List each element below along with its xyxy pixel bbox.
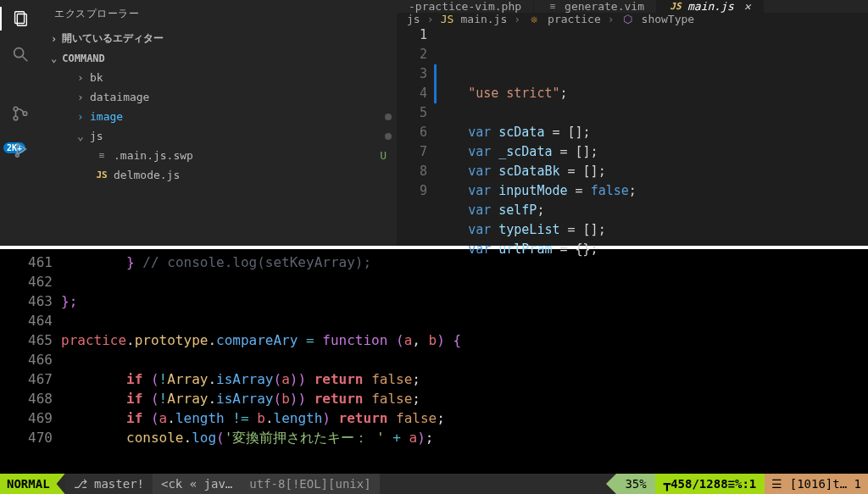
chevron-right-icon: › bbox=[51, 33, 57, 45]
info-segment: ☰ [1016]t… 1 bbox=[765, 474, 868, 494]
modified-dot-icon bbox=[385, 133, 392, 140]
explorer-icon[interactable] bbox=[10, 8, 31, 29]
terminal-editor[interactable]: 461462463464465466467468469470 } // cons… bbox=[0, 249, 868, 474]
tab-generate.vim[interactable]: ≡generate.vim bbox=[534, 0, 657, 13]
terminal-pane: 461462463464465466467468469470 } // cons… bbox=[0, 246, 868, 494]
chevron-right-icon: › bbox=[427, 13, 434, 25]
svg-point-5 bbox=[14, 116, 18, 120]
open-editors-header[interactable]: › 開いているエディター bbox=[41, 28, 397, 49]
open-editors-label: 開いているエディター bbox=[62, 31, 164, 46]
bc-method: showType bbox=[642, 13, 695, 25]
js-file-icon: JS bbox=[440, 13, 453, 25]
sep-icon bbox=[606, 474, 616, 494]
modified-dot-icon bbox=[385, 114, 392, 120]
bc-class: practice bbox=[548, 13, 601, 25]
file-icon: JS bbox=[669, 1, 682, 12]
file-icon: ≡ bbox=[546, 1, 559, 12]
bc-folder: js bbox=[407, 13, 420, 25]
editor-area: -practice-vim.php≡generate.vimJSmain.js✕… bbox=[397, 0, 868, 246]
chevron-down-icon: ⌄ bbox=[51, 53, 57, 64]
tree-item-delmode.js[interactable]: JSdelmode.js bbox=[41, 165, 397, 185]
tab-label: main.js bbox=[687, 0, 734, 13]
chevron-right-icon: › bbox=[514, 13, 520, 25]
tree-item-label: image bbox=[90, 110, 380, 123]
code-body[interactable]: "use strict"; var scData = []; var _scDa… bbox=[437, 25, 868, 259]
vim-statusline: NORMAL ⎇ master! <ck « jav… utf-8[!EOL][… bbox=[0, 474, 868, 494]
tree-item-bk[interactable]: ›bk bbox=[41, 68, 397, 87]
line-gutter: 123456789 bbox=[397, 25, 437, 259]
chevron-right-icon: › bbox=[608, 13, 615, 25]
tree-item-label: bk bbox=[90, 71, 397, 84]
tree-item-label: delmode.js bbox=[114, 169, 397, 181]
tab--practice-vim.php[interactable]: -practice-vim.php bbox=[397, 0, 534, 13]
method-icon: ⬡ bbox=[621, 13, 635, 25]
tab-label: -practice-vim.php bbox=[409, 0, 521, 13]
tab-main.js[interactable]: JSmain.js✕ bbox=[657, 0, 764, 13]
folder-root-header[interactable]: ⌄ COMMAND bbox=[41, 49, 397, 68]
folder-root-label: COMMAND bbox=[62, 53, 105, 64]
tree-item-image[interactable]: ›image bbox=[41, 107, 397, 126]
term-gutter: 461462463464465466467468469470 bbox=[0, 253, 61, 474]
file-segment: <ck « jav… bbox=[153, 474, 241, 494]
active-indicator bbox=[0, 7, 2, 31]
chevron-icon: › bbox=[76, 110, 85, 123]
tree-item-dataimage[interactable]: ›dataimage bbox=[41, 87, 397, 107]
svg-line-3 bbox=[23, 57, 28, 62]
encoding-segment: utf-8[!EOL][unix] bbox=[241, 474, 379, 494]
source-control-icon[interactable] bbox=[10, 103, 31, 124]
file-tree: ›bk›dataimage›image⌄js≡.main.js.swpUJSde… bbox=[41, 68, 397, 185]
class-icon: ❊ bbox=[527, 13, 541, 25]
chevron-icon: › bbox=[76, 71, 85, 84]
explorer-sidebar: エクスプローラー › 開いているエディター ⌄ COMMAND ›bk›data… bbox=[41, 0, 397, 246]
swp-file-icon: ≡ bbox=[95, 150, 108, 161]
sidebar-title: エクスプローラー bbox=[41, 0, 397, 28]
activity-bar: 2K+ bbox=[0, 0, 41, 246]
js-file-icon: JS bbox=[95, 169, 108, 180]
git-status: U bbox=[380, 149, 387, 162]
debug-icon[interactable] bbox=[10, 139, 31, 159]
tree-item-js[interactable]: ⌄js bbox=[41, 126, 397, 146]
close-icon[interactable]: ✕ bbox=[744, 0, 751, 13]
bc-file: main.js bbox=[460, 13, 507, 25]
svg-marker-7 bbox=[17, 144, 25, 155]
svg-point-4 bbox=[14, 107, 18, 111]
search-icon[interactable] bbox=[10, 44, 31, 64]
term-body[interactable]: } // console.log(setKeyArray); }; practi… bbox=[61, 253, 868, 474]
tab-label: generate.vim bbox=[565, 0, 644, 13]
vim-mode: NORMAL bbox=[0, 474, 65, 494]
tree-item-label: .main.js.swp bbox=[114, 149, 397, 162]
chevron-icon: ⌄ bbox=[76, 130, 85, 142]
tree-item-.main.js.swp[interactable]: ≡.main.js.swpU bbox=[41, 146, 397, 165]
git-change-bar bbox=[434, 64, 437, 103]
breadcrumb[interactable]: js › JS main.js › ❊ practice › ⬡ showTyp… bbox=[397, 13, 868, 25]
chevron-icon: › bbox=[76, 91, 85, 103]
percent-segment: 35% bbox=[616, 474, 654, 494]
tab-bar: -practice-vim.php≡generate.vimJSmain.js✕ bbox=[397, 0, 868, 13]
code-editor[interactable]: 123456789 "use strict"; var scData = [];… bbox=[397, 25, 868, 259]
tree-item-label: dataimage bbox=[90, 91, 397, 103]
git-branch: ⎇ master! bbox=[65, 474, 153, 494]
position-segment: ┳458/1288≡%:1 bbox=[655, 474, 765, 494]
svg-point-2 bbox=[14, 48, 24, 58]
tree-item-label: js bbox=[90, 130, 380, 142]
